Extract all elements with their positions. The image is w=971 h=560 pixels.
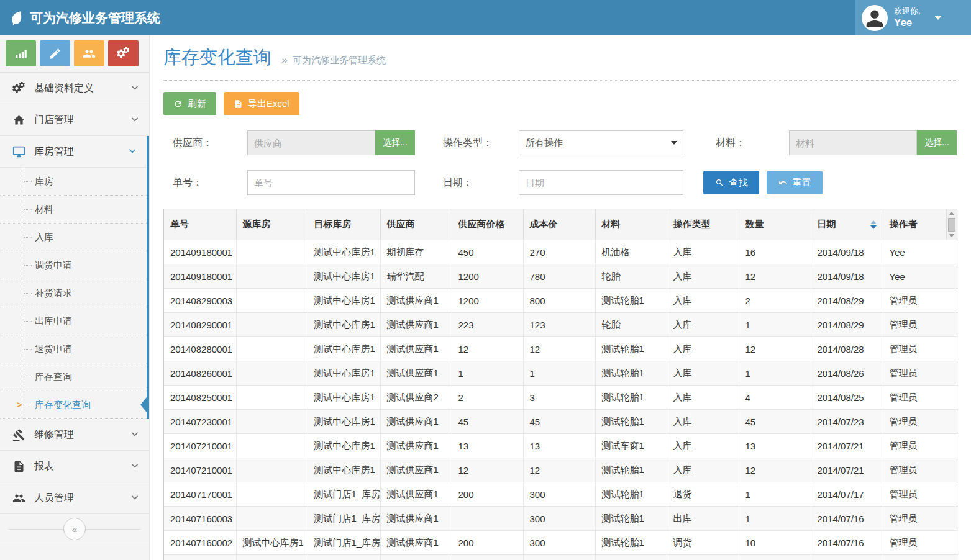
chevron-down-icon: [130, 493, 139, 504]
angle-double-left-icon: «: [72, 524, 77, 535]
quick-edit-button[interactable]: [40, 40, 70, 66]
users-icon: [11, 492, 26, 505]
sidebar-item-repair-management[interactable]: 维修管理: [0, 419, 149, 451]
column-header-date[interactable]: 日期: [811, 209, 883, 240]
table-row[interactable]: 201408260001测试中心库房1测试供应商111测试轮胎1入库12014/…: [164, 361, 958, 386]
breadcrumb-link[interactable]: 可为汽修业务管理系统: [293, 55, 386, 65]
home-icon: [11, 114, 26, 127]
quick-settings-button[interactable]: [108, 40, 139, 66]
cell-supplier: 测试供应商1: [380, 507, 452, 531]
signal-bars-icon: [14, 47, 27, 60]
sidebar-item-reports[interactable]: 报表: [0, 451, 149, 482]
reset-button[interactable]: 重置: [767, 171, 823, 194]
column-header-quantity[interactable]: 数量: [739, 209, 811, 240]
cell-material: 测试轮胎1: [595, 289, 667, 313]
sidebar-item-staff-management[interactable]: 人员管理: [0, 482, 149, 514]
user-menu[interactable]: 欢迎你, Yee: [855, 0, 971, 35]
export-excel-button[interactable]: 导出Excel: [224, 92, 299, 115]
cell-date: 2014/07/23: [811, 410, 883, 434]
cell-date: 2014/07/17: [811, 482, 883, 507]
cell-source-warehouse: [236, 386, 308, 410]
operation-type-select[interactable]: 所有操作: [519, 130, 683, 155]
column-header-supplier-price[interactable]: 供应商价格: [452, 209, 523, 240]
sidebar-subitem-inventory-query[interactable]: 库存查询: [0, 363, 147, 391]
vertical-scrollbar[interactable]: [946, 209, 957, 240]
sidebar-subitem-return-request[interactable]: 退货申请: [0, 335, 147, 363]
sidebar-item-base-data[interactable]: 基础资料定义: [0, 73, 149, 104]
sidebar-subitem-inventory-change-query[interactable]: >库存变化查询: [0, 391, 147, 419]
quick-stats-button[interactable]: [6, 40, 36, 66]
table-row[interactable]: 201408250001测试中心库房1测试供应商223测试轮胎1入库42014/…: [164, 386, 958, 410]
column-header-cost-price[interactable]: 成本价: [523, 209, 595, 240]
search-button[interactable]: 查找: [703, 171, 759, 194]
sidebar-subitem-label: 库存变化查询: [35, 399, 91, 411]
cell-operation-type: 入库: [667, 337, 739, 361]
sidebar-subitem-outbound-request[interactable]: 出库申请: [0, 307, 147, 335]
sidebar-item-store-management[interactable]: 门店管理: [0, 104, 149, 136]
cell-operator: 管理员: [883, 531, 958, 555]
table-row[interactable]: 201408290003测试中心库房1测试供应商11200800测试轮胎1入库2…: [164, 289, 958, 313]
date-input[interactable]: [519, 170, 683, 195]
sidebar-subitem-warehouse[interactable]: 库房: [0, 168, 147, 196]
table-row[interactable]: 201409180001测试中心库房1瑞华汽配1200780轮胎入库122014…: [164, 264, 958, 289]
refresh-button[interactable]: 刷新: [163, 92, 216, 115]
quick-users-button[interactable]: [74, 40, 104, 66]
breadcrumb[interactable]: » 可为汽修业务管理系统: [281, 55, 386, 65]
sidebar-subitem-transfer-request[interactable]: 调货申请: [0, 251, 147, 279]
table-row[interactable]: 201409180001测试中心库房1期初库存450270机油格入库162014…: [164, 240, 958, 264]
cell-material: 测试车窗1: [595, 434, 667, 458]
sidebar-item-label: 门店管理: [34, 114, 74, 127]
scroll-down-icon[interactable]: [949, 234, 954, 237]
cell-operation-type: 入库: [667, 458, 739, 482]
table-row[interactable]: 201407230001测试中心库房1测试供应商14545测试轮胎1入库4520…: [164, 410, 958, 434]
sidebar-subitem-label: 库房: [35, 176, 53, 187]
sidebar-collapse-button[interactable]: «: [63, 518, 86, 540]
cell-empty: [380, 555, 452, 560]
column-header-operation-type[interactable]: 操作类型: [667, 209, 739, 240]
cell-quantity: 1: [739, 361, 811, 386]
cell-operation-type: 退货: [667, 482, 739, 507]
cell-quantity: 2: [739, 289, 811, 313]
material-choose-button[interactable]: 选择...: [917, 130, 957, 155]
cell-supplier: 测试供应商1: [380, 458, 452, 482]
column-header-order-no[interactable]: 单号: [164, 209, 236, 240]
page-title: 库存变化查询: [163, 45, 271, 70]
sidebar: 基础资料定义门店管理库房管理库房材料入库调货申请补货请求出库申请退货申请库存查询…: [0, 35, 150, 560]
sort-icon[interactable]: [870, 220, 877, 229]
sidebar-subitem-restock-request[interactable]: 补货请求: [0, 279, 147, 307]
filter-row-2: 单号： 日期： 查找 重置: [173, 170, 957, 195]
table-row[interactable]: 201407210001测试中心库房1测试供应商11313测试车窗1入库1320…: [164, 434, 958, 458]
search-label: 查找: [729, 177, 748, 189]
sidebar-subitem-inbound[interactable]: 入库: [0, 224, 147, 251]
cell-operator: 管理员: [883, 337, 958, 361]
export-label: 导出Excel: [248, 98, 289, 110]
operation-type-label: 操作类型：: [443, 137, 519, 150]
order-no-input[interactable]: [247, 170, 415, 195]
table-row[interactable]: 201408280001测试中心库房1测试供应商11212测试轮胎1入库1220…: [164, 337, 958, 361]
column-header-material[interactable]: 材料: [595, 209, 667, 240]
table-row[interactable]: 201407210001测试中心库房1测试供应商11212测试轮胎1入库1220…: [164, 458, 958, 482]
column-header-supplier[interactable]: 供应商: [380, 209, 452, 240]
table-row[interactable]: 201407160002测试中心库房1测试门店1_库房测试供应商1200300测…: [164, 531, 958, 555]
cell-operator: Yee: [883, 240, 958, 264]
table-row[interactable]: 201407170001测试门店1_库房测试供应商1200300测试轮胎1退货1…: [164, 482, 958, 507]
sidebar-subitem-material[interactable]: 材料: [0, 196, 147, 224]
scrollbar-thumb[interactable]: [948, 218, 955, 232]
cell-target-warehouse: 测试中心库房1: [308, 289, 380, 313]
cell-operator: 管理员: [883, 386, 958, 410]
sidebar-item-warehouse-management[interactable]: 库房管理: [0, 136, 147, 168]
supplier-choose-button[interactable]: 选择...: [375, 130, 415, 155]
table-row[interactable]: 201407160003测试门店1_库房测试供应商1300测试轮胎1出库1201…: [164, 507, 958, 531]
table-row[interactable]: 201408290001测试中心库房1测试供应商1223123轮胎入库12014…: [164, 313, 958, 337]
supplier-input[interactable]: [247, 130, 375, 155]
cell-supplier: 测试供应商1: [380, 531, 452, 555]
cell-quantity: 10: [739, 531, 811, 555]
sidebar-subitem-label: 库存查询: [35, 371, 72, 383]
material-input[interactable]: [789, 130, 917, 155]
column-header-target-warehouse[interactable]: 目标库房: [308, 209, 380, 240]
date-label: 日期：: [443, 176, 519, 189]
column-header-source-warehouse[interactable]: 源库房: [236, 209, 308, 240]
cell-supplier-price: 1: [452, 361, 523, 386]
sidebar-item-label: 维修管理: [34, 428, 74, 441]
scroll-up-icon[interactable]: [949, 212, 954, 215]
